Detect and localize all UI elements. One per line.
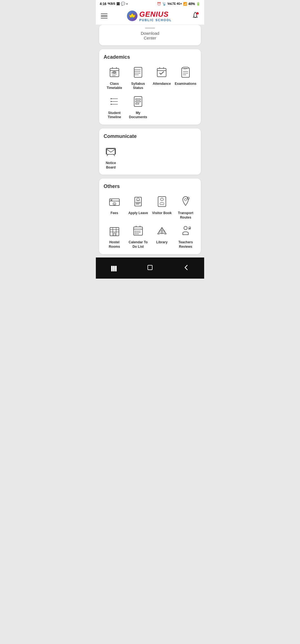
student-timeline-icon — [107, 94, 122, 109]
svg-rect-83 — [113, 266, 115, 271]
bell-icon: + — [191, 11, 199, 19]
library-item[interactable]: Library — [151, 224, 173, 249]
transport-routes-item[interactable]: TransportRoutes — [175, 194, 197, 220]
svg-point-61 — [184, 199, 187, 201]
svg-rect-42 — [136, 103, 139, 104]
logo-subtitle: PUBLIC SCHOOL — [139, 18, 172, 22]
network-speed-icon: ⁰KB/S — [108, 2, 115, 5]
calendar-todo-label: Calendar ToDo List — [129, 240, 148, 249]
nav-menu-button[interactable] — [108, 261, 120, 274]
attendance-icon — [154, 65, 169, 80]
apply-leave-icon: LEAVE — [131, 194, 145, 209]
calendar-todo-icon — [131, 224, 145, 238]
calendar-todo-item[interactable]: Calendar ToDo List — [128, 224, 149, 249]
svg-point-21 — [134, 73, 135, 73]
battery: 40% — [188, 2, 195, 6]
status-bar: 4:16 ⁰KB/S 🖼 💬 • ⏰ 📡 VoLTE 4G+ 📶 40% 🔋 — [96, 0, 204, 8]
dot-indicator: • — [126, 2, 128, 6]
svg-text:LEAVE: LEAVE — [136, 200, 140, 201]
class-timetable-item[interactable]: ClassTimetable — [104, 65, 125, 90]
examinations-icon: A+ — [178, 65, 193, 80]
syllabus-status-label: SyllabusStatus — [131, 82, 145, 90]
academics-card: Academics — [99, 49, 201, 125]
my-documents-icon — [131, 94, 145, 109]
svg-text:+: + — [197, 13, 198, 14]
communicate-card: Communicate NoticeBoard — [99, 128, 201, 175]
svg-rect-84 — [115, 266, 117, 271]
svg-rect-56 — [136, 203, 140, 203]
logo-name: GENIUS — [139, 10, 169, 18]
nav-back-button[interactable] — [180, 261, 192, 274]
notice-board-icon — [104, 144, 118, 159]
svg-rect-39 — [134, 96, 142, 106]
svg-text:$: $ — [114, 203, 115, 205]
svg-rect-46 — [107, 149, 115, 154]
fees-label: Fees — [111, 211, 118, 216]
logo-emblem — [127, 11, 138, 21]
wifi-icon: 📡 — [162, 2, 166, 6]
academics-grid: ClassTimetable — [104, 65, 196, 120]
teachers-reviews-item[interactable]: TeachersReviews — [175, 224, 197, 249]
hamburger-menu[interactable] — [101, 14, 108, 19]
svg-point-22 — [134, 74, 135, 75]
logo-area: GENIUS PUBLIC SCHOOL — [127, 10, 172, 22]
logo-text-wrapper: GENIUS PUBLIC SCHOOL — [139, 10, 172, 22]
svg-point-59 — [161, 198, 163, 201]
class-timetable-label: ClassTimetable — [107, 82, 122, 90]
svg-point-20 — [134, 71, 135, 72]
student-timeline-label: StudentTimeline — [108, 111, 121, 120]
syllabus-status-item[interactable]: SyllabusStatus — [127, 65, 149, 90]
status-left: 4:16 ⁰KB/S 🖼 💬 • — [100, 2, 128, 6]
academics-title: Academics — [104, 54, 196, 60]
apply-leave-item[interactable]: LEAVE Apply Leave — [128, 194, 149, 220]
syllabus-status-icon — [131, 65, 145, 80]
communicate-title: Communicate — [104, 133, 196, 139]
svg-point-78 — [135, 234, 136, 234]
class-timetable-icon — [107, 65, 122, 80]
time: 4:16 — [100, 2, 106, 6]
fees-item[interactable]: $ Fees — [104, 194, 125, 220]
hostel-rooms-item[interactable]: HostelRooms — [104, 224, 125, 249]
teachers-reviews-label: TeachersReviews — [178, 240, 193, 249]
visitor-book-item[interactable]: Visitor Book — [151, 194, 173, 220]
others-grid: $ Fees LEAVE — [104, 194, 196, 249]
transport-routes-label: TransportRoutes — [178, 211, 193, 220]
battery-icon: 🔋 — [196, 2, 200, 6]
svg-point-77 — [135, 232, 136, 233]
app-header: GENIUS PUBLIC SCHOOL + — [96, 8, 204, 25]
nav-home-button[interactable] — [144, 261, 156, 274]
hostel-rooms-icon — [107, 224, 122, 238]
network-type: VoLTE 4G+ — [168, 2, 182, 5]
student-timeline-item[interactable]: StudentTimeline — [104, 94, 125, 120]
svg-rect-52 — [135, 197, 141, 206]
svg-rect-41 — [136, 101, 141, 102]
visitor-book-label: Visitor Book — [152, 211, 172, 216]
attendance-item[interactable]: Attendance — [151, 65, 172, 90]
alarm-icon: ⏰ — [157, 2, 161, 6]
svg-rect-82 — [111, 266, 113, 271]
svg-point-34 — [111, 98, 112, 99]
svg-rect-68 — [114, 233, 115, 236]
svg-point-36 — [111, 101, 112, 102]
examinations-item[interactable]: A+ Examinations — [175, 65, 196, 90]
notice-board-label: NoticeBoard — [106, 161, 116, 170]
teachers-reviews-icon — [178, 224, 193, 238]
svg-rect-14 — [134, 67, 142, 77]
svg-point-1 — [131, 17, 133, 18]
attendance-label: Attendance — [153, 82, 171, 86]
others-title: Others — [104, 184, 196, 189]
svg-point-79 — [184, 226, 187, 230]
my-documents-item[interactable]: MyDocuments — [127, 94, 149, 120]
visitor-book-icon — [155, 194, 169, 209]
my-documents-label: MyDocuments — [129, 111, 147, 120]
library-label: Library — [156, 240, 168, 245]
svg-rect-85 — [148, 265, 152, 270]
transport-routes-icon — [178, 194, 193, 209]
svg-text:A+: A+ — [184, 67, 187, 70]
fees-icon: $ — [107, 194, 122, 209]
notice-board-item[interactable]: NoticeBoard — [104, 144, 118, 170]
library-icon — [155, 224, 169, 238]
svg-rect-51 — [111, 200, 112, 200]
status-right: ⏰ 📡 VoLTE 4G+ 📶 40% 🔋 — [157, 2, 200, 6]
notification-bell[interactable]: + — [191, 11, 199, 20]
